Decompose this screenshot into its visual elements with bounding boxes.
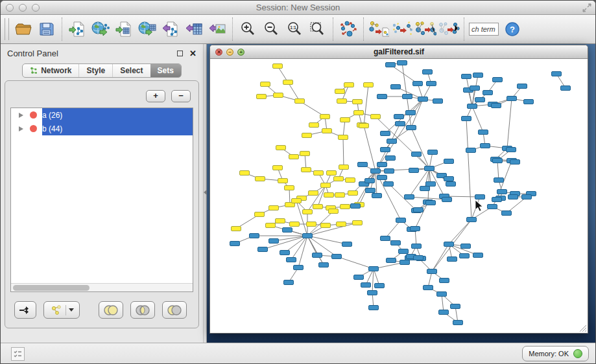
graph-node[interactable] <box>339 135 348 140</box>
graph-node[interactable] <box>276 146 286 150</box>
graph-node[interactable] <box>510 160 520 165</box>
network-view-frame[interactable]: ✕ − + galFiltered.sif <box>209 45 588 334</box>
graph-node[interactable] <box>230 242 240 246</box>
graph-node[interactable] <box>307 222 316 227</box>
graph-node[interactable] <box>250 234 259 238</box>
network-graph[interactable] <box>210 59 588 333</box>
graph-node[interactable] <box>348 191 358 196</box>
graph-edge[interactable] <box>449 220 471 244</box>
graph-node[interactable] <box>460 254 470 258</box>
graph-node[interactable] <box>425 166 435 171</box>
graph-node[interactable] <box>524 100 534 104</box>
graph-node[interactable] <box>439 310 449 315</box>
frame-minimize-icon[interactable]: − <box>226 49 233 56</box>
add-set-button[interactable]: + <box>146 90 165 102</box>
graph-node[interactable] <box>446 182 456 187</box>
graph-node[interactable] <box>493 78 503 82</box>
graph-node[interactable] <box>283 80 293 85</box>
graph-node[interactable] <box>354 275 364 280</box>
graph-edge[interactable] <box>472 106 483 132</box>
memory-status-button[interactable]: Memory: OK <box>522 346 589 361</box>
save-session-button[interactable] <box>35 17 58 41</box>
network-from-selection-all-edges-button[interactable] <box>390 17 414 41</box>
graph-node[interactable] <box>377 163 387 167</box>
graph-node[interactable] <box>232 227 241 231</box>
graph-node[interactable] <box>423 70 433 74</box>
graph-node[interactable] <box>475 98 485 102</box>
graph-node[interactable] <box>507 148 516 152</box>
graph-node[interactable] <box>377 95 387 99</box>
graph-node[interactable] <box>488 205 497 209</box>
import-network-file-button[interactable] <box>66 17 89 41</box>
graph-node[interactable] <box>492 198 502 202</box>
chevron-down-icon[interactable] <box>69 308 74 312</box>
set-union-button[interactable] <box>99 301 123 319</box>
search-input[interactable]: ch term <box>469 23 499 36</box>
graph-edge[interactable] <box>343 137 344 167</box>
graph-node[interactable] <box>353 100 363 104</box>
set-row-b[interactable]: b (44) <box>11 122 193 135</box>
graph-edge[interactable] <box>343 120 345 137</box>
graph-node[interactable] <box>294 266 304 270</box>
graph-node[interactable] <box>385 169 394 174</box>
apply-layout-button[interactable] <box>337 17 360 41</box>
graph-edge[interactable] <box>497 161 499 180</box>
horizontal-scrollbar[interactable] <box>11 283 193 291</box>
graph-node[interactable] <box>337 99 347 104</box>
graph-node[interactable] <box>287 258 296 262</box>
graph-node[interactable] <box>420 187 430 191</box>
graph-node[interactable] <box>406 111 416 115</box>
graph-edge[interactable] <box>298 236 307 267</box>
graph-edge[interactable] <box>372 269 374 293</box>
graph-node[interactable] <box>391 85 401 89</box>
graph-node[interactable] <box>351 204 361 209</box>
graph-node[interactable] <box>365 179 375 183</box>
frame-maximize-icon[interactable]: + <box>237 49 244 56</box>
graph-node[interactable] <box>462 74 471 79</box>
graph-node[interactable] <box>337 222 346 227</box>
graph-node[interactable] <box>461 244 471 249</box>
zoom-out-button[interactable] <box>259 17 283 41</box>
graph-node[interactable] <box>303 210 313 214</box>
graph-node[interactable] <box>302 133 312 138</box>
graph-node[interactable] <box>313 253 322 258</box>
graph-node[interactable] <box>327 171 337 176</box>
graph-node[interactable] <box>274 93 283 98</box>
graph-node[interactable] <box>342 242 352 247</box>
close-window-icon[interactable] <box>6 4 14 12</box>
graph-node[interactable] <box>375 284 385 288</box>
graph-node[interactable] <box>451 304 460 309</box>
graph-edge[interactable] <box>442 294 444 312</box>
graph-node[interactable] <box>414 208 423 212</box>
graph-node[interactable] <box>470 86 480 91</box>
graph-node[interactable] <box>426 201 436 205</box>
graph-edge[interactable] <box>337 256 374 269</box>
graph-node[interactable] <box>361 283 371 288</box>
graph-node[interactable] <box>309 123 319 128</box>
graph-node[interactable] <box>497 190 507 194</box>
graph-node[interactable] <box>258 247 268 252</box>
graph-node[interactable] <box>405 195 414 199</box>
graph-node[interactable] <box>285 186 294 190</box>
graph-node[interactable] <box>319 263 329 267</box>
open-session-button[interactable] <box>12 17 35 41</box>
graph-node[interactable] <box>292 199 302 203</box>
graph-node[interactable] <box>300 152 310 156</box>
set-difference-button[interactable] <box>162 301 187 319</box>
graph-node[interactable] <box>473 73 483 78</box>
graph-node[interactable] <box>433 99 443 104</box>
graph-node[interactable] <box>444 159 454 164</box>
network-from-collapsed-selection-button[interactable] <box>437 17 460 41</box>
resize-grip[interactable] <box>578 324 587 332</box>
graph-node[interactable] <box>466 148 476 153</box>
graph-node[interactable] <box>324 193 334 198</box>
graph-node[interactable] <box>283 228 292 233</box>
disclosure-triangle-icon[interactable] <box>19 126 23 131</box>
tab-sets[interactable]: Sets <box>150 64 181 77</box>
graph-node[interactable] <box>462 117 471 121</box>
graph-node[interactable] <box>467 218 477 222</box>
graph-edge[interactable] <box>385 220 401 238</box>
zoom-in-button[interactable] <box>236 17 259 41</box>
export-table-button[interactable] <box>182 17 206 41</box>
network-first-neighbors-button[interactable] <box>414 17 437 41</box>
